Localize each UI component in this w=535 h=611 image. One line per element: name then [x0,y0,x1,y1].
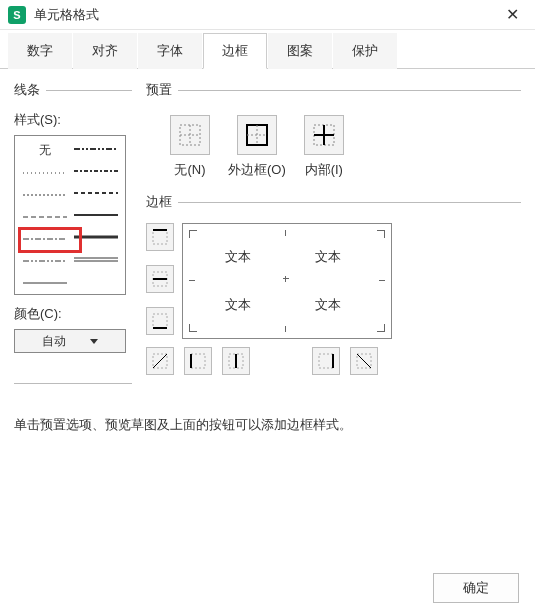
border-vmid-button[interactable] [222,347,250,375]
svg-rect-22 [153,230,167,244]
tab-protect[interactable]: 保护 [333,33,397,69]
left-column: 线条 样式(S): 无 [14,81,132,394]
preset-none-label: 无(N) [174,161,205,179]
style-none[interactable]: 无 [23,144,67,156]
preset-none-button[interactable] [170,115,210,155]
tab-pattern[interactable]: 图案 [268,33,332,69]
svg-rect-30 [191,354,205,368]
tab-number[interactable]: 数字 [8,33,72,69]
style-thin[interactable] [23,278,67,288]
preset-row: 无(N) 外边框(O) 内部(I) [170,115,521,179]
preset-outline-label: 外边框(O) [228,161,286,179]
svg-line-29 [153,354,167,368]
style-dashdotdot1[interactable] [23,256,67,266]
close-button[interactable]: ✕ [497,5,527,24]
bottom-buttons [146,347,521,375]
border-top-button[interactable] [146,223,174,251]
line-group: 线条 样式(S): 无 [14,81,132,384]
preview-text-2: 文本 [315,248,341,266]
style-dash1[interactable] [23,212,67,222]
preset-outline-button[interactable] [237,115,277,155]
hint-text: 单击预置选项、预览草图及上面的按钮可以添加边框样式。 [14,416,535,434]
preset-inside-button[interactable] [304,115,344,155]
preview-text-1: 文本 [225,248,251,266]
preset-legend: 预置 [146,81,178,99]
preview-text-3: 文本 [225,296,251,314]
border-diag-up-button[interactable] [146,347,174,375]
right-column: 预置 无(N) 外边框(O) [146,81,521,394]
style-dashdot1[interactable] [23,234,67,244]
style-mdash[interactable] [74,188,118,198]
border-preview[interactable]: 文本 文本 文本 文本 [182,223,392,339]
tab-border[interactable]: 边框 [203,33,267,69]
ok-button[interactable]: 确定 [433,573,519,603]
line-style-list[interactable]: 无 [14,135,126,295]
border-bottom-button[interactable] [146,307,174,335]
border-left-button[interactable] [184,347,212,375]
style-slant[interactable] [74,166,118,176]
color-value: 自动 [42,333,66,350]
dropdown-icon [90,339,98,344]
content: 线条 样式(S): 无 [0,69,535,406]
side-buttons [146,223,174,335]
style-double[interactable] [74,254,118,264]
style-medium[interactable] [74,210,118,220]
border-right-button[interactable] [312,347,340,375]
color-select[interactable]: 自动 [14,329,126,353]
style-label: 样式(S): [14,111,132,129]
footer: 确定 [433,573,519,603]
app-icon: S [8,6,26,24]
style-dot1[interactable] [23,168,67,178]
style-mdashdotdot[interactable] [74,144,118,154]
tab-align[interactable]: 对齐 [73,33,137,69]
tab-font[interactable]: 字体 [138,33,202,69]
style-dot2[interactable] [23,190,67,200]
svg-rect-26 [153,314,167,328]
preset-group: 预置 无(N) 外边框(O) [146,81,521,183]
style-thick[interactable] [74,232,118,242]
preset-inside-label: 内部(I) [305,161,343,179]
preview-text-4: 文本 [315,296,341,314]
color-label: 颜色(C): [14,305,132,323]
tab-bar: 数字 对齐 字体 边框 图案 保护 [0,32,535,69]
border-diag-down-button[interactable] [350,347,378,375]
titlebar: S 单元格格式 ✕ [0,0,535,30]
svg-line-37 [357,354,371,368]
border-hmid-button[interactable] [146,265,174,293]
border-legend: 边框 [146,193,178,211]
line-legend: 线条 [14,81,46,99]
svg-rect-34 [319,354,333,368]
window-title: 单元格格式 [34,6,497,24]
left-divider [14,383,132,384]
border-group: 边框 文本 [146,193,521,375]
